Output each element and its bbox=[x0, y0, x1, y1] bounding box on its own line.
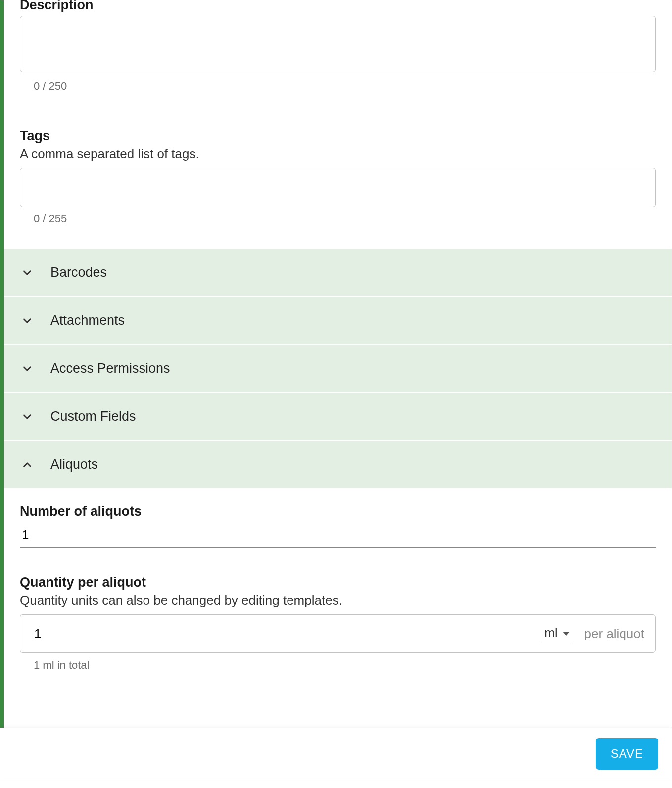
accordion-title: Access Permissions bbox=[50, 361, 170, 376]
num-aliquots-label: Number of aliquots bbox=[20, 504, 656, 519]
per-aliquot-label: per aliquot bbox=[584, 626, 644, 641]
chevron-down-icon bbox=[21, 266, 34, 279]
accordion-custom-fields[interactable]: Custom Fields bbox=[4, 393, 672, 441]
description-input[interactable] bbox=[20, 16, 656, 72]
description-label: Description bbox=[20, 0, 656, 13]
qty-per-aliquot-input[interactable] bbox=[31, 621, 534, 646]
tags-description: A comma separated list of tags. bbox=[20, 147, 656, 162]
accordion-title: Barcodes bbox=[50, 265, 107, 280]
description-counter: 0 / 250 bbox=[20, 80, 656, 93]
accordion-attachments[interactable]: Attachments bbox=[4, 297, 672, 345]
chevron-down-icon bbox=[21, 314, 34, 327]
accordion-title: Attachments bbox=[50, 313, 125, 328]
chevron-up-icon bbox=[21, 458, 34, 471]
accordion-access-permissions[interactable]: Access Permissions bbox=[4, 345, 672, 393]
accordion-aliquots[interactable]: Aliquots bbox=[4, 441, 672, 489]
total-text: 1 ml in total bbox=[20, 659, 656, 672]
chevron-down-icon bbox=[21, 362, 34, 375]
tags-input[interactable] bbox=[20, 168, 656, 207]
tags-counter: 0 / 255 bbox=[20, 212, 656, 225]
unit-label: ml bbox=[544, 626, 557, 640]
caret-down-icon bbox=[563, 632, 570, 636]
accordion-title: Aliquots bbox=[50, 457, 98, 472]
accordion-title: Custom Fields bbox=[50, 409, 136, 424]
footer: SAVE bbox=[0, 728, 672, 780]
num-aliquots-input[interactable] bbox=[20, 522, 656, 548]
chevron-down-icon bbox=[21, 410, 34, 423]
qty-per-aliquot-row: ml per aliquot bbox=[20, 614, 656, 653]
unit-select[interactable]: ml bbox=[541, 624, 572, 643]
tags-label: Tags bbox=[20, 128, 656, 144]
qty-per-aliquot-label: Quantity per aliquot bbox=[20, 575, 656, 590]
accordion-barcodes[interactable]: Barcodes bbox=[4, 248, 672, 297]
qty-per-aliquot-desc: Quantity units can also be changed by ed… bbox=[20, 593, 656, 608]
save-button[interactable]: SAVE bbox=[596, 738, 658, 770]
